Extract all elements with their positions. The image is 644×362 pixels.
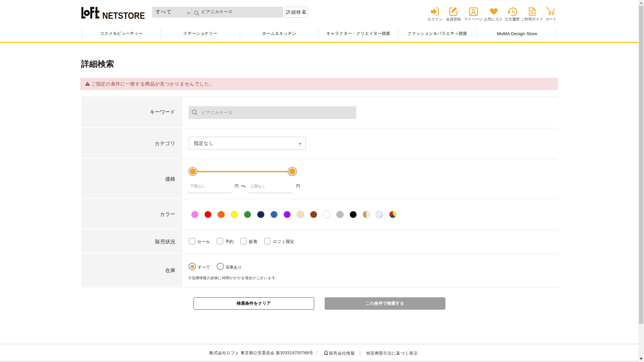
svg-text:NETSTORE: NETSTORE bbox=[102, 10, 145, 19]
